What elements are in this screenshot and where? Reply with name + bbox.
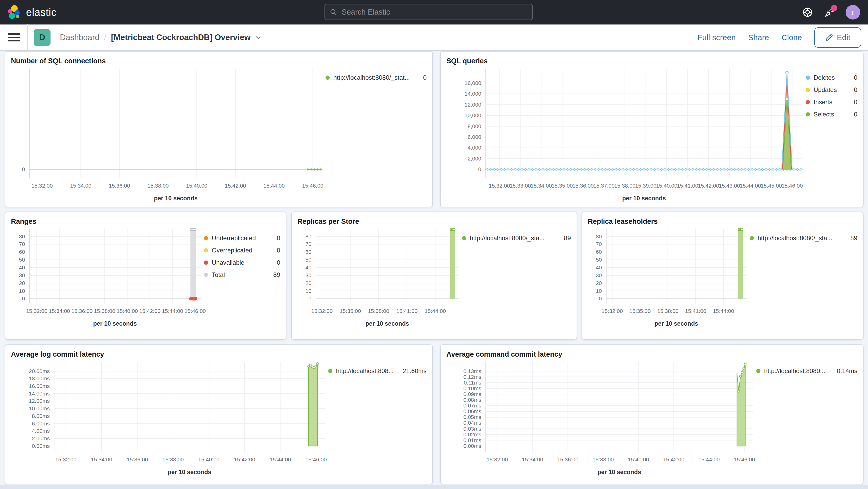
legend-label: http://localhost:8080...: [764, 367, 825, 375]
legend-item[interactable]: Deletes0: [806, 74, 857, 81]
y-tick-label: 8.00ms: [32, 413, 50, 419]
legend-item[interactable]: Selects0: [806, 111, 857, 118]
x-tick-label: 15:39:00: [635, 183, 656, 189]
y-tick-label: 14,000: [465, 91, 481, 97]
y-tick-label: 2,000: [467, 156, 481, 162]
legend-item[interactable]: http://localhost:8080/_sta...89: [750, 235, 857, 242]
clone-button[interactable]: Clone: [781, 33, 802, 42]
menu-icon[interactable]: [8, 33, 20, 41]
y-tick-label: 0: [22, 166, 25, 173]
x-tick-label: 15:34:00: [530, 183, 552, 189]
elastic-logo-icon[interactable]: [7, 5, 22, 20]
legend-value: 0: [848, 74, 857, 81]
legend-value: 0: [848, 98, 857, 106]
user-avatar[interactable]: r: [846, 5, 860, 20]
x-tick-label: 15:38:00: [614, 183, 636, 189]
legend-item[interactable]: Underreplicated0: [204, 235, 280, 242]
legend-item[interactable]: Updates0: [806, 86, 857, 94]
y-tick-label: 18.00ms: [29, 375, 50, 382]
breadcrumb-dashboard[interactable]: Dashboard: [60, 33, 99, 42]
legend-item[interactable]: Inserts0: [806, 98, 857, 106]
y-tick-label: 10,000: [465, 112, 481, 119]
x-tick-label: 15:46:00: [302, 183, 323, 189]
legend-label: http://localhost:808...: [336, 367, 394, 375]
legend-label: Unavailable: [212, 259, 244, 266]
legend-label: Inserts: [813, 98, 832, 106]
y-tick-label: 20: [596, 280, 602, 286]
page-title[interactable]: [Metricbeat CockroachDB] Overview: [111, 33, 251, 42]
x-tick-label: 15:41:00: [685, 308, 706, 314]
y-tick-label: 4.00ms: [32, 428, 50, 434]
chart-plot[interactable]: 15:32:0015:34:0015:36:0015:38:0015:40:00…: [29, 229, 201, 316]
full-screen-button[interactable]: Full screen: [698, 33, 736, 42]
x-tick-label: 15:46:00: [184, 308, 206, 314]
chart-plot[interactable]: 15:32:0015:34:0015:36:0015:38:0015:40:00…: [29, 69, 322, 191]
legend-item[interactable]: http://localhost:8080/_stat...0: [326, 74, 427, 81]
chart-legend: http://localhost:8080/_sta...89: [459, 229, 571, 316]
panel-average-log-commit-latency: Average log commit latency 0.00ms2.00ms4…: [5, 344, 433, 484]
search-icon: [330, 8, 337, 16]
edit-button[interactable]: Edit: [814, 27, 861, 48]
x-tick-label: 15:35:00: [629, 308, 651, 314]
search-input[interactable]: [341, 7, 528, 17]
y-tick-label: 12,000: [465, 101, 481, 108]
x-tick-label: 15:38:00: [162, 456, 184, 462]
y-tick-label: 6.00ms: [32, 421, 50, 427]
chart-legend: Deletes0Updates0Inserts0Selects0: [803, 69, 857, 191]
panel-title: Replicas per Store: [298, 217, 571, 225]
chart-plot[interactable]: 15:32:0015:34:0015:36:0015:38:0015:40:00…: [486, 362, 753, 465]
legend-item[interactable]: http://localhost:8080/_sta...89: [462, 235, 571, 242]
y-tick-label: 60: [19, 249, 25, 255]
y-tick-label: 10: [19, 288, 25, 294]
help-icon[interactable]: [802, 6, 813, 18]
global-search[interactable]: [324, 4, 533, 20]
y-tick-label: 30: [19, 272, 25, 278]
x-axis-title: per 10 seconds: [486, 469, 753, 476]
series-color-dot: [806, 88, 810, 92]
chart-plot[interactable]: 15:32:0015:33:0015:34:0015:35:0015:36:00…: [486, 69, 803, 191]
chart-plot[interactable]: 15:32:0015:35:0015:38:0015:41:0015:44:00…: [606, 229, 747, 316]
legend-item[interactable]: Overreplicated0: [204, 247, 280, 254]
legend-label: http://localhost:8080/_stat...: [333, 74, 410, 81]
series-color-dot: [806, 100, 810, 104]
x-tick-label: 15:44:00: [162, 308, 183, 314]
y-tick-label: 0.11ms: [464, 379, 481, 386]
x-axis-title: per 10 seconds: [486, 195, 803, 202]
pencil-icon: [825, 34, 833, 41]
series-color-dot: [204, 236, 208, 240]
y-tick-label: 0.13ms: [463, 368, 481, 374]
x-tick-label: 15:37:00: [593, 183, 615, 189]
chart-plot[interactable]: 15:32:0015:35:0015:38:0015:41:0015:44:00…: [316, 229, 459, 316]
whats-new-icon[interactable]: [824, 6, 835, 18]
y-tick-label: 0.03ms: [463, 426, 481, 432]
brand-name: elastic: [26, 6, 57, 18]
y-tick-label: 12.00ms: [29, 398, 50, 404]
scrollbar-track[interactable]: [0, 485, 868, 489]
legend-item[interactable]: http://localhost:8080...0.14ms: [756, 367, 857, 375]
x-tick-label: 15:44:00: [264, 183, 285, 189]
legend-item[interactable]: Total89: [204, 271, 280, 278]
x-tick-label: 15:44:00: [699, 456, 720, 462]
chart-plot[interactable]: 15:32:0015:34:0015:36:0015:38:0015:40:00…: [54, 362, 325, 465]
y-tick-label: 2.00ms: [32, 435, 50, 441]
share-button[interactable]: Share: [748, 33, 769, 42]
x-tick-label: 15:40:00: [198, 456, 220, 462]
x-tick-label: 15:41:00: [677, 183, 698, 189]
x-tick-label: 15:36:00: [109, 183, 130, 189]
series-color-dot: [806, 112, 810, 117]
legend-item[interactable]: http://localhost:808...21.60ms: [328, 367, 427, 375]
x-tick-label: 15:42:00: [663, 456, 684, 462]
chevron-down-icon[interactable]: [255, 34, 262, 41]
x-tick-label: 15:44:00: [740, 183, 761, 189]
x-axis-title: per 10 seconds: [316, 320, 459, 327]
legend-value: 0: [848, 86, 857, 94]
x-tick-label: 15:33:00: [510, 183, 531, 189]
breadcrumb: Dashboard / [Metricbeat CockroachDB] Ove…: [60, 33, 262, 42]
y-tick-label: 0.01ms: [463, 437, 481, 444]
y-tick-label: 16,000: [465, 80, 481, 86]
y-tick-label: 70: [306, 241, 311, 247]
toolbar: D Dashboard / [Metricbeat CockroachDB] O…: [0, 25, 868, 51]
legend-item[interactable]: Unavailable0: [204, 259, 280, 266]
x-tick-label: 15:32:00: [311, 308, 333, 314]
legend-value: 0: [271, 247, 280, 254]
